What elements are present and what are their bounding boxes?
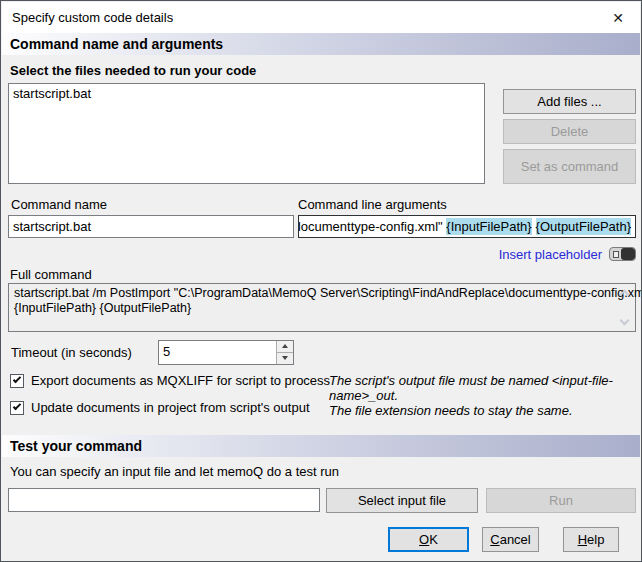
command-name-input[interactable]: startscript.bat (8, 215, 294, 238)
cancel-button[interactable]: Cancel (482, 527, 539, 552)
insert-placeholder-toggle-icon[interactable] (609, 247, 636, 261)
args-visible-text: ndReplace\documenttype-config.xml" (298, 218, 446, 235)
command-args-label: Command line arguments (298, 197, 447, 212)
input-file-path-token: {InputFilePath} (446, 218, 531, 235)
timeout-label: Timeout (in seconds) (11, 345, 132, 360)
test-description: You can specify an input file and let me… (10, 464, 339, 479)
full-command-line1: startscript.bat /m PostImport "C:\Progra… (14, 286, 615, 301)
delete-button[interactable]: Delete (503, 119, 636, 144)
checkbox-box (10, 374, 24, 388)
close-icon[interactable]: ✕ (606, 8, 630, 28)
update-documents-label: Update documents in project from script'… (31, 400, 310, 415)
test-input-file-field[interactable] (27, 508, 320, 512)
dialog-title: Specify custom code details (12, 10, 173, 25)
output-file-note: The script's output file must be named <… (329, 373, 641, 418)
toggle-left (610, 248, 621, 260)
files-listbox[interactable]: startscript.bat (8, 83, 485, 184)
output-file-path-token: {OutputFilePath} (536, 218, 631, 235)
insert-placeholder-link[interactable]: Insert placeholder (499, 247, 602, 262)
select-input-file-button[interactable]: Select input file (326, 488, 478, 513)
run-button[interactable]: Run (486, 488, 636, 513)
checkmark-icon (13, 374, 21, 382)
cancel-accel: C (490, 532, 499, 547)
help-button[interactable]: Help (563, 527, 619, 552)
test-input-wrapper (8, 488, 320, 512)
ok-rest: K (429, 532, 438, 547)
insert-placeholder-row: Insert placeholder (298, 245, 636, 263)
command-args-input[interactable]: ndReplace\documenttype-config.xml" {Inpu… (298, 215, 636, 238)
set-as-command-button[interactable]: Set as command (503, 149, 636, 184)
timeout-spinner[interactable]: 5 (158, 340, 294, 365)
ok-accel: O (419, 532, 429, 547)
help-rest: elp (587, 532, 604, 547)
select-files-label: Select the files needed to run your code (10, 63, 256, 78)
full-command-line2: {InputFilePath} {OutputFilePath} (14, 301, 615, 316)
scroll-down-icon[interactable] (620, 316, 630, 326)
checkmark-icon (13, 401, 21, 409)
spinner-buttons (276, 341, 293, 364)
update-documents-checkbox[interactable]: Update documents in project from script'… (10, 400, 310, 415)
cancel-rest: ancel (500, 532, 531, 547)
ok-button[interactable]: OK (388, 527, 469, 552)
note-line1: The script's output file must be named <… (329, 373, 641, 403)
spinner-down-button[interactable] (277, 353, 293, 365)
toggle-dark-half (621, 248, 635, 260)
full-command-box: startscript.bat /m PostImport "C:\Progra… (8, 283, 636, 332)
scroll-up-icon[interactable] (620, 290, 630, 300)
note-line2: The file extension needs to stay the sam… (329, 403, 641, 418)
checkbox-box (10, 401, 24, 415)
title-bar: Specify custom code details ✕ (2, 2, 640, 33)
section-header-test: Test your command (2, 435, 640, 457)
spinner-down-icon (282, 356, 288, 360)
timeout-value: 5 (163, 344, 170, 359)
help-accel: H (578, 532, 587, 547)
spinner-up-button[interactable] (277, 341, 293, 353)
section-header-command: Command name and arguments (2, 33, 640, 55)
specify-custom-code-dialog: Specify custom code details ✕ Command na… (0, 0, 642, 562)
command-name-label: Command name (11, 197, 107, 212)
export-mqxliff-label: Export documents as MQXLIFF for script t… (31, 373, 330, 388)
spinner-up-icon (282, 344, 288, 348)
export-mqxliff-checkbox[interactable]: Export documents as MQXLIFF for script t… (10, 373, 330, 388)
list-item[interactable]: startscript.bat (9, 84, 484, 103)
add-files-button[interactable]: Add files ... (503, 89, 636, 114)
full-command-scrollbar (617, 284, 633, 331)
toggle-knob (613, 251, 619, 258)
full-command-label: Full command (10, 267, 92, 282)
